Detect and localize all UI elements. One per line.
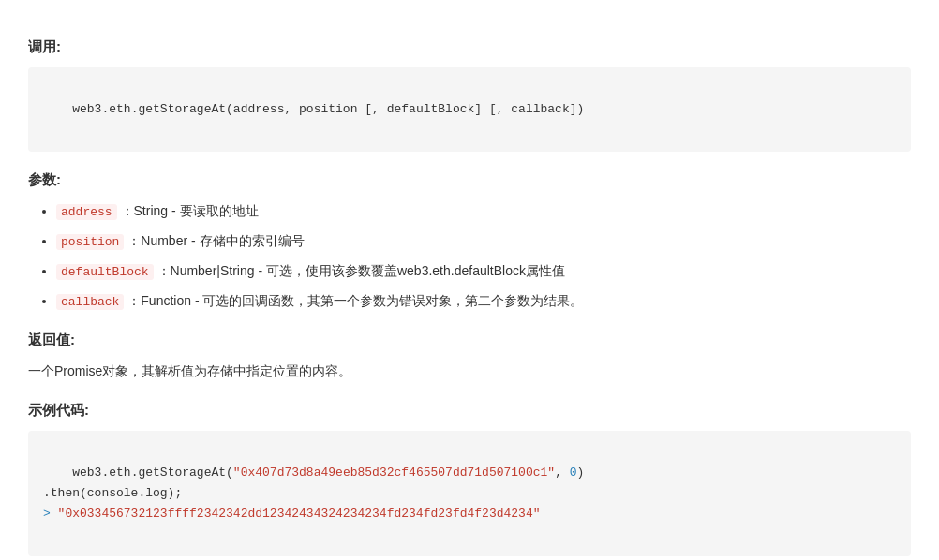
call-code-text: web3.eth.getStorageAt(address, position … — [72, 102, 584, 116]
example-title: 示例代码: — [28, 399, 911, 421]
list-item: defaultBlock ：Number|String - 可选，使用该参数覆盖… — [56, 260, 911, 283]
example-line1-string: "0x407d73d8a49eeb85d32cf465507dd71d50710… — [233, 465, 555, 479]
example-line1-suffix: ) — [577, 465, 585, 479]
call-section: 调用: web3.eth.getStorageAt(address, posit… — [28, 36, 911, 152]
example-line1-prefix: web3.eth.getStorageAt( — [72, 465, 233, 479]
list-item: callback ：Function - 可选的回调函数，其第一个参数为错误对象… — [56, 290, 911, 313]
param-position: position — [56, 234, 124, 250]
example-line1-comma: , — [555, 465, 570, 479]
returns-title: 返回值: — [28, 329, 911, 351]
params-list: address ：String - 要读取的地址 position ：Numbe… — [28, 200, 911, 312]
params-section: 参数: address ：String - 要读取的地址 position ：N… — [28, 169, 911, 312]
param-position-desc: ：Number - 存储中的索引编号 — [127, 233, 304, 248]
param-callback: callback — [56, 294, 124, 310]
returns-section: 返回值: 一个Promise对象，其解析值为存储中指定位置的内容。 — [28, 329, 911, 381]
param-defaultblock-desc: ：Number|String - 可选，使用该参数覆盖web3.eth.defa… — [157, 263, 565, 278]
call-title: 调用: — [28, 36, 911, 58]
example-section: 示例代码: web3.eth.getStorageAt("0x407d73d8a… — [28, 399, 911, 556]
example-code: web3.eth.getStorageAt("0x407d73d8a49eeb8… — [28, 431, 911, 556]
param-callback-desc: ：Function - 可选的回调函数，其第一个参数为错误对象，第二个参数为结果… — [127, 293, 583, 308]
example-prompt: > — [43, 507, 58, 521]
param-address-desc: ：String - 要读取的地址 — [121, 203, 259, 218]
example-line2: .then(console.log); — [43, 486, 182, 500]
param-defaultblock: defaultBlock — [56, 264, 154, 280]
example-line1-number: 0 — [570, 465, 577, 479]
returns-desc: 一个Promise对象，其解析值为存储中指定位置的内容。 — [28, 361, 911, 381]
params-title: 参数: — [28, 169, 911, 191]
param-address: address — [56, 204, 117, 220]
list-item: address ：String - 要读取的地址 — [56, 200, 911, 223]
call-code: web3.eth.getStorageAt(address, position … — [28, 67, 911, 152]
example-output: "0x033456732123ffff2342342dd123424343242… — [58, 507, 541, 521]
list-item: position ：Number - 存储中的索引编号 — [56, 230, 911, 253]
